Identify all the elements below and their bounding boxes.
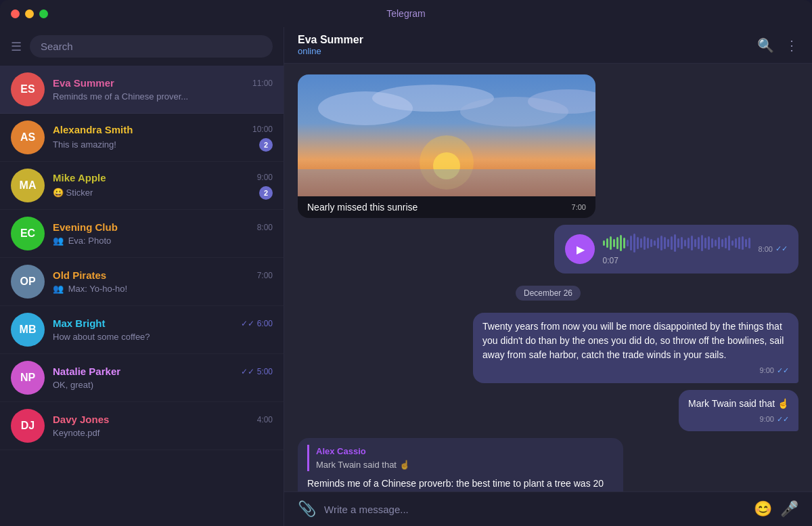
double-check: ✓✓ — [777, 365, 789, 376]
waveform-bar — [698, 237, 700, 249]
waveform-bar — [627, 240, 629, 246]
chat-preview-davy-jones: Keynote.pdf — [53, 428, 273, 438]
waveform-bar — [657, 238, 659, 248]
chat-item-max-bright[interactable]: MBMax Bright✓✓ 6:00How about some coffee… — [0, 306, 284, 354]
titlebar: Telegram — [0, 0, 812, 27]
waveform-bar — [681, 237, 683, 249]
waveform-bar — [691, 236, 693, 250]
waveform-bar — [704, 238, 706, 248]
waveform-bar — [644, 236, 646, 250]
menu-icon[interactable]: ☰ — [11, 39, 22, 54]
image-bubble: Nearly missed this sunrise7:00 — [298, 74, 595, 218]
messages-area: Nearly missed this sunrise7:00▶0:078:00✓… — [284, 64, 812, 491]
message-row-1: ▶0:078:00✓✓ — [298, 225, 798, 273]
waveform-bar — [742, 236, 744, 250]
app-body: ☰ ESEva Summer11:00Reminds me of a Chine… — [0, 27, 812, 526]
search-box[interactable] — [30, 35, 273, 58]
time-value: 9:00 — [760, 414, 774, 425]
quote-block: Alex CassioMark Twain said that ☝️ — [307, 445, 614, 471]
chat-preview-mike-apple: 😀 Sticker — [53, 188, 259, 198]
waveform-bar — [623, 238, 625, 248]
chat-list: ESEva Summer11:00Reminds me of a Chinese… — [0, 66, 284, 526]
waveform-bar — [687, 238, 690, 248]
chat-item-alexandra-smith[interactable]: ASAlexandra Smith10:00This is amazing!2 — [0, 114, 284, 162]
quote-text: Mark Twain said that ☝️ — [316, 458, 614, 472]
waveform-bar — [610, 236, 612, 250]
waveform-bar — [701, 235, 703, 251]
waveform-bar — [708, 236, 710, 250]
chat-info-mike-apple: Mike Apple9:00😀 Sticker2 — [53, 172, 273, 200]
chat-item-old-pirates[interactable]: OPOld Pirates7:00👥 Max: Yo-ho-ho! — [0, 258, 284, 306]
chat-item-evening-club[interactable]: ECEvening Club8:00👥 Eva: Photo — [0, 210, 284, 258]
waveform-bar — [620, 235, 622, 251]
play-icon: ▶ — [577, 243, 585, 256]
chat-item-eva-summer[interactable]: ESEva Summer11:00Reminds me of a Chinese… — [0, 66, 284, 114]
more-options-icon[interactable]: ⋮ — [785, 37, 798, 53]
avatar-max-bright: MB — [11, 313, 45, 347]
waveform-bar — [650, 239, 652, 247]
chat-name-evening-club: Evening Club — [53, 221, 118, 233]
chat-time-natalie-parker: ✓✓ 5:00 — [241, 367, 273, 376]
chat-item-natalie-parker[interactable]: NPNatalie Parker✓✓ 5:00OK, great) — [0, 354, 284, 402]
chat-info-max-bright: Max Bright✓✓ 6:00How about some coffee? — [53, 317, 273, 342]
waveform-bar — [728, 236, 730, 250]
audio-time: 8:00✓✓ — [759, 244, 788, 255]
chat-info-alexandra-smith: Alexandra Smith10:00This is amazing!2 — [53, 124, 273, 152]
chat-item-mike-apple[interactable]: MAMike Apple9:00😀 Sticker2 — [0, 162, 284, 210]
waveform — [603, 233, 750, 253]
chat-time-davy-jones: 4:00 — [257, 415, 273, 424]
waveform-bar — [684, 240, 686, 246]
search-input[interactable] — [41, 41, 262, 52]
sidebar: ☰ ESEva Summer11:00Reminds me of a Chine… — [0, 27, 284, 526]
app-title: Telegram — [386, 8, 426, 19]
input-area: 📎 😊 🎤 — [284, 491, 812, 526]
message-text: Twenty years from now you will be more d… — [482, 321, 784, 360]
chat-item-davy-jones[interactable]: DJDavy Jones4:00Keynote.pdf — [0, 402, 284, 450]
waveform-bar — [630, 236, 632, 250]
chat-time-old-pirates: 7:00 — [257, 271, 273, 280]
waveform-bar — [613, 239, 615, 247]
message-input[interactable] — [324, 504, 746, 515]
waveform-bar — [654, 240, 656, 246]
play-button[interactable]: ▶ — [565, 234, 595, 264]
chat-name-eva-summer: Eva Summer — [53, 77, 114, 89]
waveform-bar — [677, 238, 679, 248]
chat-name-max-bright: Max Bright — [53, 317, 106, 329]
maximize-button[interactable] — [39, 9, 48, 18]
waveform-bar — [674, 234, 676, 252]
mic-icon[interactable]: 🎤 — [780, 500, 798, 518]
avatar-davy-jones: DJ — [11, 409, 45, 443]
waveform-bar — [660, 236, 662, 250]
waveform-bar — [664, 237, 666, 249]
chat-time-mike-apple: 9:00 — [257, 173, 273, 182]
chat-name-alexandra-smith: Alexandra Smith — [53, 124, 133, 135]
audio-duration: 0:07 — [603, 256, 750, 265]
waveform-bar — [603, 240, 605, 246]
chat-info-eva-summer: Eva Summer11:00Reminds me of a Chinese p… — [53, 77, 273, 102]
bubble-time: 9:00✓✓ — [482, 365, 789, 376]
close-button[interactable] — [11, 9, 20, 18]
waveform-bar — [637, 237, 639, 249]
chat-preview-eva-summer: Reminds me of a Chinese prover... — [53, 91, 273, 102]
chat-info-old-pirates: Old Pirates7:00👥 Max: Yo-ho-ho! — [53, 269, 273, 294]
avatar-old-pirates: OP — [11, 265, 45, 299]
waveform-bar — [715, 240, 717, 246]
emoji-icon[interactable]: 😊 — [754, 500, 772, 518]
quote-author: Alex Cassio — [316, 445, 614, 458]
message-row-0: Nearly missed this sunrise7:00 — [298, 74, 798, 218]
attach-icon[interactable]: 📎 — [298, 500, 316, 518]
audio-info: 0:07 — [603, 233, 750, 265]
chat-contact-name: Eva Summer — [298, 34, 363, 46]
chat-name-natalie-parker: Natalie Parker — [53, 366, 120, 377]
chat-header-actions: 🔍 ⋮ — [757, 37, 798, 53]
chat-panel: Eva Summer online 🔍 ⋮ — [284, 27, 812, 526]
waveform-bar — [711, 238, 713, 248]
chat-info-evening-club: Evening Club8:00👥 Eva: Photo — [53, 221, 273, 246]
chat-time-evening-club: 8:00 — [257, 223, 273, 232]
search-chat-icon[interactable]: 🔍 — [757, 37, 774, 53]
avatar-natalie-parker: NP — [11, 361, 45, 395]
minimize-button[interactable] — [25, 9, 34, 18]
waveform-bar — [694, 239, 696, 247]
chat-info-natalie-parker: Natalie Parker✓✓ 5:00OK, great) — [53, 366, 273, 390]
chat-name-old-pirates: Old Pirates — [53, 269, 106, 281]
